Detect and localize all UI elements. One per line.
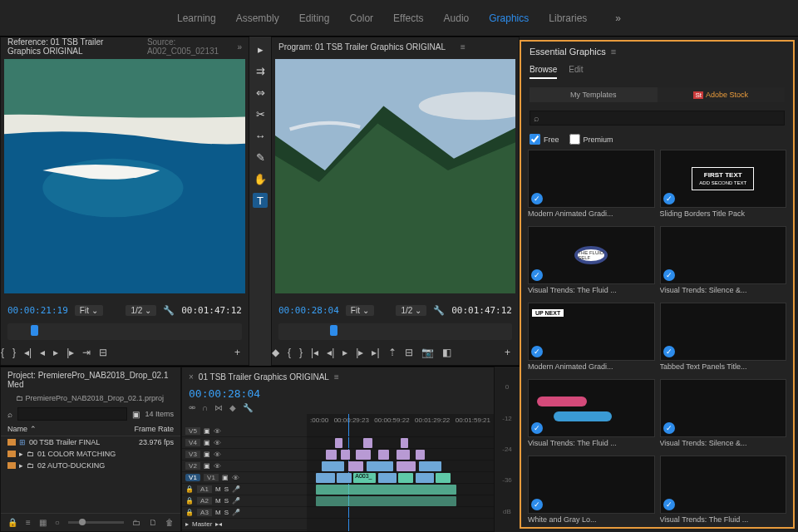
template-tile[interactable]: ✓Modern Animated Gradi... (528, 150, 655, 221)
ws-effects[interactable]: Effects (393, 12, 423, 24)
snap-icon[interactable]: ⚮ (189, 403, 195, 412)
template-tile[interactable]: FIRST TEXTADD SECOND TEXT✓Sliding Border… (660, 150, 787, 221)
mic-icon[interactable]: 🎤 (232, 509, 240, 516)
toggle-track-icon[interactable]: ▣ (222, 474, 229, 481)
project-row[interactable]: ⊞00 TSB Trailer FINAL23.976 fps (1, 436, 180, 448)
step-fwd-icon[interactable]: |▸ (66, 347, 74, 358)
razor-tool-icon[interactable]: ✂ (253, 106, 268, 121)
workspace-overflow-icon[interactable]: » (615, 12, 621, 24)
play-icon[interactable]: ▸ (53, 347, 58, 358)
ws-learning[interactable]: Learning (177, 12, 216, 24)
ws-graphics[interactable]: Graphics (489, 12, 529, 24)
template-tile[interactable]: THE FLUID SELF✓Visual Trends: The Fluid … (528, 226, 655, 298)
mute-icon[interactable]: M (215, 485, 221, 493)
trash-icon[interactable]: 🗑 (165, 518, 174, 527)
mic-icon[interactable]: 🎤 (232, 485, 240, 493)
track-select-tool-icon[interactable]: ⇉ (253, 63, 268, 78)
filter-adobe-stock[interactable]: StAdobe Stock (658, 87, 786, 102)
timeline-clips-area[interactable]: :00:0000:00:29:2300:00:59:2200:01:29:220… (307, 414, 494, 531)
overwrite-icon[interactable]: ⊟ (99, 347, 107, 358)
mark-out-icon[interactable]: } (12, 347, 16, 358)
lock-icon[interactable]: 🔒 (7, 518, 17, 527)
eye-icon[interactable]: 👁 (214, 451, 221, 459)
toggle-track-icon[interactable]: ▣ (204, 462, 210, 470)
play-icon[interactable]: ▸ (342, 347, 347, 358)
wrench-icon[interactable]: 🔧 (163, 305, 175, 316)
bin-icon[interactable]: ▣ (132, 410, 140, 419)
go-in-icon[interactable]: |◂ (311, 347, 318, 358)
source-in-timecode[interactable]: 00:00:21:19 (7, 305, 68, 316)
template-tile[interactable]: ✓Visual Trends: Silence &... (660, 379, 787, 451)
program-in-timecode[interactable]: 00:00:28:04 (278, 305, 339, 316)
source-out-timecode[interactable]: 00:01:47:12 (181, 305, 242, 316)
step-back-icon[interactable]: ◂| (24, 347, 32, 358)
mute-icon[interactable]: M (215, 497, 221, 505)
check-free[interactable]: Free (530, 134, 559, 145)
compare-icon[interactable]: ◧ (442, 347, 451, 358)
mark-in-icon[interactable]: { (288, 347, 291, 358)
mic-icon[interactable]: 🎤 (232, 497, 240, 505)
project-row[interactable]: ▸🗀02 AUTO-DUCKING (1, 460, 180, 471)
eye-icon[interactable]: 👁 (214, 427, 221, 436)
settings-icon[interactable]: 🔧 (243, 403, 253, 412)
source-tab-source[interactable]: Source: A002_C005_02131 (147, 37, 223, 56)
toggle-track-icon[interactable]: ▣ (204, 427, 210, 435)
slip-tool-icon[interactable]: ↔ (253, 128, 268, 143)
v1-source-patch[interactable]: V1 (185, 474, 200, 481)
timeline-timecode[interactable]: 00:00:28:04 (189, 387, 260, 400)
mark-out-icon[interactable]: } (299, 347, 303, 358)
solo-icon[interactable]: S (224, 509, 229, 516)
source-tab-reference[interactable]: Reference: 01 TSB Trailer Graphics ORIGI… (7, 37, 135, 56)
ripple-tool-icon[interactable]: ⇔ (253, 85, 268, 100)
magnet-icon[interactable]: ∩ (202, 403, 208, 412)
button-editor-icon[interactable]: + (234, 347, 240, 358)
go-out-icon[interactable]: ▸| (372, 347, 379, 358)
panel-menu-icon[interactable]: » (237, 42, 242, 52)
ws-libraries[interactable]: Libraries (549, 12, 587, 24)
pen-tool-icon[interactable]: ✎ (253, 150, 268, 165)
ws-audio[interactable]: Audio (444, 12, 470, 24)
check-premium[interactable]: Premium (569, 134, 613, 145)
wrench-icon[interactable]: 🔧 (433, 305, 445, 316)
panel-menu-icon[interactable]: ≡ (611, 47, 616, 57)
program-zoom-select[interactable]: 1/2 ⌄ (396, 305, 426, 316)
selection-tool-icon[interactable]: ▸ (253, 42, 268, 57)
template-tile[interactable]: ✓Visual Trends: Silence &... (660, 226, 787, 298)
list-view-icon[interactable]: ≡ (26, 518, 31, 527)
expand-icon[interactable]: ▸ (185, 520, 189, 528)
filter-my-templates[interactable]: My Templates (530, 87, 658, 102)
ws-editing[interactable]: Editing (299, 12, 330, 24)
template-tile[interactable]: ✓Tabbed Text Panels Title... (660, 303, 787, 374)
template-tile[interactable]: ✓Visual Trends: The Fluid ... (660, 456, 787, 527)
button-editor-icon[interactable]: + (505, 347, 510, 358)
media-browser-tab[interactable]: Med (7, 380, 23, 389)
freeform-view-icon[interactable]: ○ (55, 518, 60, 527)
eg-tab-browse[interactable]: Browse (530, 65, 557, 79)
thumbnail-size-slider[interactable] (68, 521, 124, 524)
program-out-timecode[interactable]: 00:01:47:12 (451, 305, 512, 316)
lock-icon[interactable]: 🔒 (185, 509, 194, 516)
col-name[interactable]: Name ⌃ (7, 425, 134, 433)
mark-in-icon[interactable]: { (1, 347, 4, 358)
new-bin-icon[interactable]: 🗀 (132, 518, 140, 527)
source-ruler[interactable] (7, 323, 242, 340)
source-playhead[interactable] (31, 325, 38, 336)
solo-icon[interactable]: S (224, 497, 229, 505)
panel-menu-icon[interactable]: ≡ (461, 42, 466, 52)
program-playhead[interactable] (330, 325, 337, 336)
toggle-track-icon[interactable]: ▣ (204, 439, 210, 446)
solo-icon[interactable]: S (224, 485, 229, 493)
add-marker-icon[interactable]: ◆ (272, 347, 279, 358)
mute-icon[interactable]: M (215, 509, 221, 516)
extract-icon[interactable]: ⊟ (405, 347, 413, 358)
icon-view-icon[interactable]: ▦ (39, 518, 47, 527)
insert-icon[interactable]: ⇥ (82, 347, 91, 358)
program-ruler[interactable] (278, 323, 512, 340)
program-fit-select[interactable]: Fit ⌄ (346, 305, 374, 316)
template-tile[interactable]: UP NEXT✓Modern Animated Gradi... (528, 303, 655, 374)
new-item-icon[interactable]: 🗋 (149, 518, 157, 527)
linked-sel-icon[interactable]: ⋈ (214, 403, 223, 412)
type-tool-icon[interactable]: T (253, 193, 268, 208)
eg-tab-edit[interactable]: Edit (569, 65, 583, 79)
template-tile[interactable]: ✓White and Gray Lo... (528, 456, 655, 527)
